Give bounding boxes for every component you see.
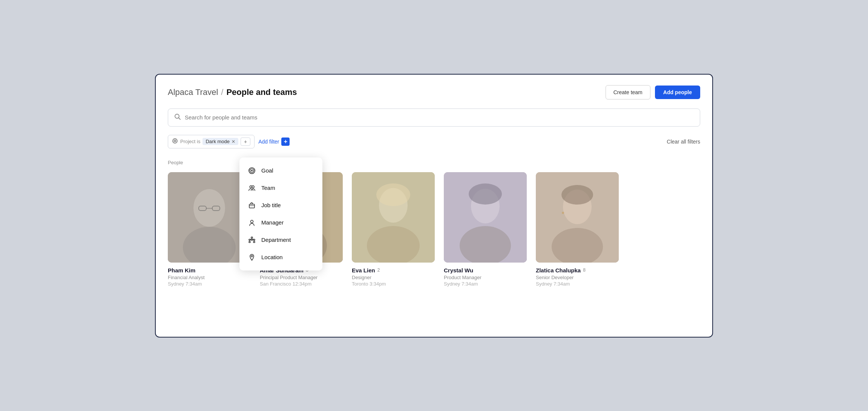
svg-point-44 <box>251 255 253 257</box>
svg-point-3 <box>174 140 176 142</box>
filter-icon <box>172 138 178 145</box>
filter-dropdown: Goal Team <box>239 157 322 270</box>
person-photo <box>168 172 251 263</box>
header-title: Alpaca Travel / People and teams <box>168 87 297 97</box>
dropdown-item-goal-label: Goal <box>261 167 273 174</box>
app-window: Alpaca Travel / People and teams Create … <box>155 74 713 338</box>
header: Alpaca Travel / People and teams Create … <box>168 85 700 99</box>
dropdown-item-team-label: Team <box>261 185 275 191</box>
page-title: People and teams <box>226 87 297 97</box>
svg-rect-34 <box>251 237 253 238</box>
dropdown-item-location[interactable]: Location <box>239 249 322 266</box>
create-team-button[interactable]: Create team <box>606 85 650 99</box>
svg-point-28 <box>251 170 253 171</box>
person-location-time: Toronto 3:34pm <box>352 281 435 287</box>
person-count-badge: 2 <box>377 267 380 273</box>
person-name: Pham Kim <box>168 267 251 273</box>
dropdown-item-job-title[interactable]: Job title <box>239 197 322 214</box>
svg-point-2 <box>173 139 177 143</box>
person-card[interactable]: Eva Lien 2 Designer Toronto 3:34pm <box>352 172 435 287</box>
person-card[interactable]: Pham Kim Financial Analyst Sydney 7:34am <box>168 172 251 287</box>
project-filter-label: Project is <box>180 139 200 144</box>
add-filter-label: Add filter <box>258 139 279 145</box>
dropdown-item-goal[interactable]: Goal <box>239 162 322 179</box>
svg-rect-39 <box>253 239 255 240</box>
person-photo <box>444 172 527 263</box>
person-location-time: Sydney 7:34am <box>536 281 619 287</box>
project-filter-value: Dark mode ✕ <box>202 138 238 145</box>
person-count-badge: 8 <box>583 267 586 273</box>
person-card[interactable]: Crystal Wu Product Manager Sydney 7:34am <box>444 172 527 287</box>
svg-line-1 <box>179 118 180 119</box>
location-icon <box>248 254 256 261</box>
dropdown-item-manager-label: Manager <box>261 219 284 226</box>
expand-filter-button[interactable]: + <box>241 138 250 146</box>
dropdown-item-manager[interactable]: Manager <box>239 214 322 231</box>
svg-rect-38 <box>251 239 253 240</box>
search-icon <box>174 113 181 122</box>
app-name: Alpaca Travel <box>168 87 218 97</box>
svg-rect-37 <box>249 239 250 240</box>
search-input[interactable] <box>185 114 694 121</box>
add-filter-plus-icon: + <box>281 138 290 146</box>
person-role: Product Manager <box>444 275 527 280</box>
goal-icon <box>248 167 256 174</box>
person-name: Zlatica Chalupka 8 <box>536 267 619 273</box>
person-photo <box>536 172 619 263</box>
svg-point-23 <box>561 185 593 205</box>
dropdown-item-location-label: Location <box>261 254 283 260</box>
project-filter-tag: Project is Dark mode ✕ + <box>168 135 255 148</box>
person-role: Principal Product Manager <box>260 275 343 280</box>
person-location-time: San Francisco 12:34pm <box>260 281 343 287</box>
person-location-time: Sydney 7:34am <box>168 281 251 287</box>
person-role: Designer <box>352 275 435 280</box>
job-icon <box>248 202 256 209</box>
dropdown-item-department[interactable]: Department <box>239 231 322 249</box>
person-role: Senior Developer <box>536 275 619 280</box>
svg-point-5 <box>193 189 225 227</box>
svg-rect-42 <box>249 241 250 243</box>
dropdown-item-team[interactable]: Team <box>239 179 322 197</box>
filter-bar: Project is Dark mode ✕ + Add filter + Cl… <box>168 135 700 148</box>
person-photo <box>352 172 435 263</box>
dropdown-item-department-label: Department <box>261 237 291 243</box>
header-actions: Create team Add people <box>606 85 700 99</box>
svg-point-15 <box>376 183 410 206</box>
title-separator: / <box>221 87 223 97</box>
manager-icon <box>248 219 256 226</box>
clear-all-filters-button[interactable]: Clear all filters <box>667 139 700 145</box>
team-icon <box>248 184 256 192</box>
svg-rect-43 <box>253 241 255 243</box>
person-location-time: Sydney 7:34am <box>444 281 527 287</box>
dropdown-item-job-title-label: Job title <box>261 202 281 208</box>
add-filter-button[interactable]: Add filter + <box>258 138 290 146</box>
svg-rect-31 <box>249 204 255 208</box>
person-name: Crystal Wu <box>444 267 527 273</box>
svg-point-25 <box>562 212 564 214</box>
remove-filter-button[interactable]: ✕ <box>232 139 235 144</box>
person-role: Financial Analyst <box>168 275 251 280</box>
person-card[interactable]: Zlatica Chalupka 8 Senior Developer Sydn… <box>536 172 619 287</box>
add-people-button[interactable]: Add people <box>655 86 700 99</box>
person-name: Eva Lien 2 <box>352 267 435 273</box>
svg-point-33 <box>251 220 253 223</box>
department-icon <box>248 236 256 244</box>
search-bar <box>168 108 700 127</box>
svg-point-19 <box>469 183 502 205</box>
